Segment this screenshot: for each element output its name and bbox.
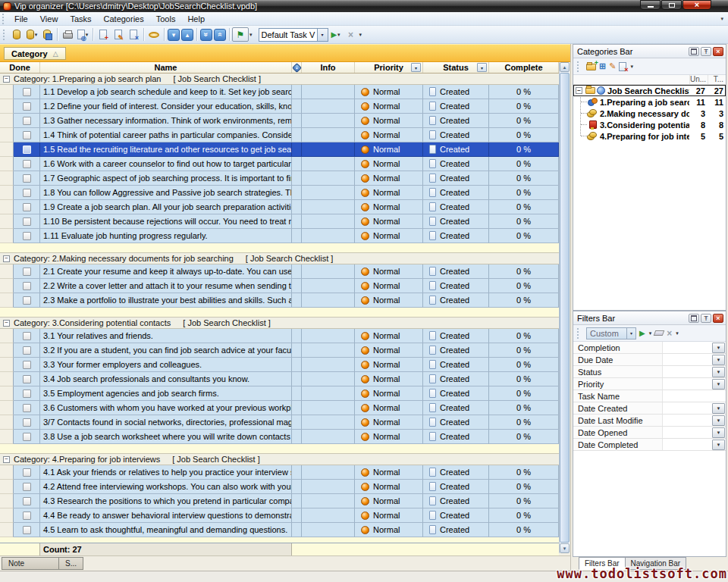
done-cell[interactable] [14,293,40,308]
status-cell[interactable]: Created [423,430,489,444]
done-cell[interactable] [14,508,40,523]
move-to-bottom-button[interactable]: » [200,29,212,41]
new-database-button[interactable] [9,27,24,42]
done-cell[interactable] [14,430,40,444]
task-checkbox[interactable] [23,526,31,534]
task-checkbox[interactable] [23,174,31,183]
edit-task-button[interactable] [111,27,126,42]
task-checkbox[interactable] [23,117,31,125]
filter-preset-combo[interactable]: Custom ▾ [586,327,636,340]
task-checkbox[interactable] [23,189,31,197]
priority-cell[interactable]: Normal [355,186,423,200]
tree-item[interactable]: 4.Preparing for job intervie55 [573,130,726,142]
panel-close-button[interactable]: × [713,314,723,323]
done-cell[interactable] [14,494,40,508]
done-cell[interactable] [14,157,40,171]
menu-view[interactable]: View [34,13,64,25]
maximize-button[interactable] [661,0,682,10]
priority-cell[interactable]: Normal [355,415,423,430]
task-row[interactable]: 3.3 Your former employers and colleagues… [0,358,559,372]
priority-cell[interactable]: Normal [355,99,423,114]
delete-task-button[interactable] [126,27,141,42]
apply-filter-icon[interactable]: ▶ [639,329,645,337]
collapse-icon[interactable]: − [3,255,10,262]
task-row[interactable]: 1.10 Be persistent because rejections wi… [0,214,559,229]
scroll-up-icon[interactable]: ▲ [560,62,570,72]
done-cell[interactable] [14,372,40,386]
apply-view-button[interactable]: ▶▾ [328,27,344,42]
chevron-down-icon[interactable]: ▾ [249,32,253,38]
task-row[interactable]: 1.9 Create a job search plan. All your j… [0,200,559,214]
panel-restore-button[interactable] [689,47,699,56]
priority-cell[interactable]: Normal [355,171,423,186]
tree-item[interactable]: 1.Preparing a job search p1111 [573,96,726,108]
clear-filter-icon[interactable] [654,330,665,336]
priority-cell[interactable]: Normal [355,85,423,99]
filter-row[interactable]: Date Last Modifie▼ [573,415,726,427]
done-cell[interactable] [14,85,40,99]
filter-row[interactable]: Date Completed▼ [573,439,726,451]
scrollbar-thumb[interactable] [560,73,570,543]
priority-cell[interactable]: Normal [355,293,423,308]
done-cell[interactable] [14,171,40,186]
status-cell[interactable]: Created [423,372,489,386]
done-cell[interactable] [14,279,40,293]
column-header-priority[interactable]: Priority▾ [355,62,423,73]
priority-cell[interactable]: Normal [355,465,423,480]
column-header-total[interactable]: T... [708,75,726,84]
open-database-button[interactable]: ▾ [24,27,39,42]
collapse-icon[interactable]: − [3,76,10,83]
task-row[interactable]: 3.2 If you are a student, you can find j… [0,343,559,358]
scroll-down-icon[interactable]: ▼ [560,543,570,553]
done-cell[interactable] [14,401,40,415]
task-row[interactable]: 4.1 Ask your friends or relatives to hel… [0,465,559,480]
task-checkbox[interactable] [23,131,31,139]
save-database-button[interactable] [39,27,55,42]
toolbar-overflow-icon[interactable]: ▾ [359,32,362,38]
task-checkbox[interactable] [23,483,31,491]
filter-dropdown-icon[interactable]: ▼ [712,343,725,353]
task-checkbox[interactable] [23,332,31,340]
task-row[interactable]: 1.1 Develop a job search schedule and ke… [0,85,559,99]
filter-row[interactable]: Completion▼ [573,342,726,354]
task-row[interactable]: 1.11 Evaluate job hunting progress regul… [0,229,559,243]
menu-tools[interactable]: Tools [150,13,182,25]
status-cell[interactable]: Created [423,171,489,186]
panel-pin-button[interactable]: Ŧ [701,314,711,323]
note-tab-note[interactable]: Note [2,557,59,570]
task-row[interactable]: 3.1 Your relatives and friends.NormalCre… [0,329,559,343]
priority-cell[interactable]: Normal [355,264,423,279]
task-checkbox[interactable] [23,404,31,412]
close-button[interactable]: × [682,0,711,10]
task-row[interactable]: 1.2 Define your field of interest. Consi… [0,99,559,114]
category-group-row[interactable]: −Category: 2.Making necessary documents … [0,253,559,264]
toolbar-overflow-icon[interactable]: ▾ [676,330,679,336]
priority-cell[interactable]: Normal [355,142,423,157]
task-checkbox[interactable] [23,468,31,477]
collapse-icon[interactable]: − [576,87,582,94]
priority-cell[interactable]: Normal [355,372,423,386]
flag-filter-button[interactable]: ⚑ [232,27,249,42]
status-cell[interactable]: Created [423,494,489,508]
filter-row[interactable]: Priority▼ [573,378,726,390]
column-header-done[interactable]: Done [0,62,40,73]
status-cell[interactable]: Created [423,279,489,293]
task-row[interactable]: 2.2 Write a cover letter and attach it t… [0,279,559,293]
status-cell[interactable]: Created [423,186,489,200]
filter-row[interactable]: Due Date▼ [573,354,726,366]
task-row[interactable]: 3.8 Use a job search worksheet where you… [0,430,559,444]
priority-cell[interactable]: Normal [355,523,423,537]
task-row[interactable]: 2.1 Create your resume and keep it alway… [0,264,559,279]
collapse-icon[interactable]: − [3,320,10,327]
tree-item[interactable]: −Job Search Checklist2727 [573,85,726,96]
tree-item[interactable]: 2.Making necessary docu33 [573,108,726,119]
print-button[interactable] [60,27,75,42]
status-cell[interactable]: Created [423,99,489,114]
view-task-button[interactable] [146,27,162,42]
filter-row[interactable]: Status▼ [573,366,726,378]
status-cell[interactable]: Created [423,343,489,358]
done-cell[interactable] [14,358,40,372]
panel-close-button[interactable]: × [713,47,723,56]
move-up-button[interactable]: ▴ [181,29,193,41]
filter-row[interactable]: Task Name [573,390,726,402]
